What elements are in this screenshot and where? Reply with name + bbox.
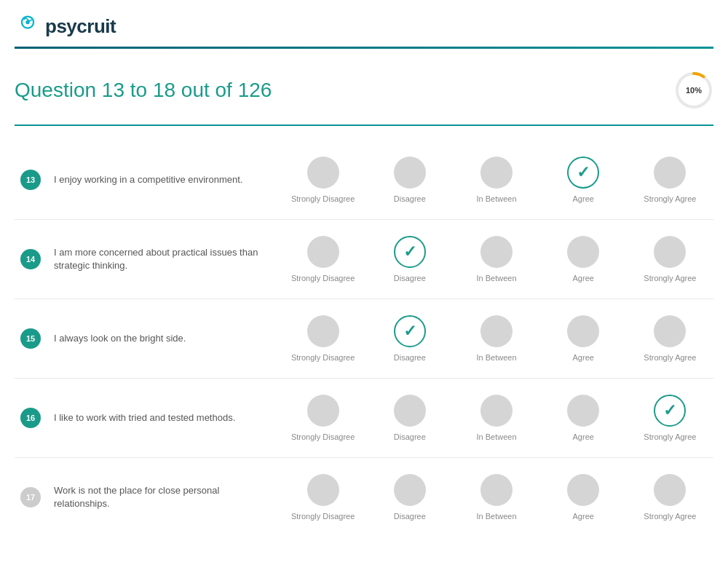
option-label: In Between [476,274,516,282]
option-label: Agree [573,432,594,441]
option-cell: Strongly Agree [627,312,713,365]
option-cell: ✓Disagree [366,312,453,365]
option-circle-in-between[interactable] [480,474,513,506]
option-circle-agree[interactable] [567,315,599,347]
question-text: Work is not the place for close personal… [54,484,272,510]
option-label: In Between [476,512,516,521]
option-cell: Strongly Agree [627,154,713,206]
option-circle-strongly-disagree[interactable] [307,236,339,268]
option-cell: Disagree [366,392,453,444]
options-col: Strongly DisagreeDisagreeIn BetweenAgree… [280,392,713,444]
option-cell: Strongly Agree [627,233,713,285]
question-row: 14I am more concerned about practical is… [15,220,713,299]
question-number-col: 14 [15,249,47,269]
questions-container: 13I enjoy working in a competitive envir… [15,133,713,544]
checkmark-icon: ✓ [663,403,676,419]
option-cell: ✓Agree [540,154,627,206]
option-cell: Agree [540,471,627,523]
question-number-bubble: 16 [20,408,41,428]
question-text: I always look on the bright side. [54,332,272,345]
option-circle-strongly-agree[interactable] [654,474,686,506]
option-label: Disagree [394,512,426,521]
progress-circle-wrapper: 10% [674,71,713,110]
question-row: 15I always look on the bright side.Stron… [15,299,713,379]
option-label: Agree [573,194,594,203]
option-cell: ✓Strongly Agree [627,392,713,444]
option-cell: In Between [453,471,539,523]
option-label: Strongly Disagree [291,353,355,362]
option-circle-strongly-disagree[interactable] [307,157,339,189]
option-cell: Strongly Disagree [280,471,366,523]
option-circle-disagree[interactable]: ✓ [394,315,426,347]
option-circle-strongly-agree[interactable] [654,315,686,347]
option-label: Disagree [394,353,426,362]
question-row: 13I enjoy working in a competitive envir… [15,141,713,220]
option-label: Agree [573,512,594,521]
progress-label: 10% [686,86,702,95]
option-circle-in-between[interactable] [480,236,513,268]
checkmark-icon: ✓ [403,323,416,339]
option-cell: Disagree [366,471,453,523]
option-cell: In Between [453,312,539,365]
option-circle-agree[interactable] [567,395,599,427]
option-circle-strongly-agree[interactable]: ✓ [654,395,686,427]
option-label: Strongly Disagree [291,274,355,282]
option-cell: In Between [453,392,539,444]
option-cell: Agree [540,392,627,444]
option-label: Strongly Agree [644,353,696,362]
logo-text: psycruit [45,15,116,38]
logo: psycruit [15,13,116,39]
checkmark-icon: ✓ [403,244,416,260]
question-number-col: 16 [15,408,47,428]
option-label: Strongly Agree [644,512,696,521]
option-circle-strongly-disagree[interactable] [307,474,339,506]
question-number-bubble: 15 [20,328,41,349]
option-cell: Strongly Disagree [280,233,366,285]
option-label: Strongly Disagree [291,432,355,441]
option-circle-agree[interactable]: ✓ [567,157,599,189]
option-label: Strongly Agree [644,194,696,203]
question-number-bubble: 17 [20,487,41,507]
question-number-bubble: 13 [20,170,41,190]
option-circle-agree[interactable] [567,474,599,506]
option-circle-disagree[interactable] [394,157,426,189]
option-circle-strongly-disagree[interactable] [307,395,339,427]
option-label: Strongly Disagree [291,512,355,521]
question-number-bubble: 14 [20,249,41,269]
option-circle-strongly-disagree[interactable] [307,315,339,347]
progress-section: Question 13 to 18 out of 126 10% [15,49,713,117]
option-circle-in-between[interactable] [480,395,513,427]
option-cell: In Between [453,233,539,285]
options-col: Strongly DisagreeDisagreeIn BetweenAgree… [280,471,713,523]
option-label: Strongly Agree [644,432,696,441]
option-circle-strongly-agree[interactable] [654,236,686,268]
question-text: I am more concerned about practical issu… [54,246,272,272]
options-col: Strongly Disagree✓DisagreeIn BetweenAgre… [280,233,713,285]
question-number-col: 15 [15,328,47,349]
option-cell: Strongly Disagree [280,392,366,444]
page-title: Question 13 to 18 out of 126 [15,79,272,102]
logo-icon [15,13,41,39]
progress-circle: 10% [674,71,713,110]
option-cell: Agree [540,312,627,365]
question-text: I like to work with tried and tested met… [54,411,272,424]
option-circle-strongly-agree[interactable] [654,157,686,189]
option-circle-in-between[interactable] [480,315,513,347]
options-col: Strongly DisagreeDisagreeIn Between✓Agre… [280,154,713,206]
question-number-col: 17 [15,487,47,507]
option-circle-disagree[interactable] [394,474,426,506]
option-circle-agree[interactable] [567,236,599,268]
question-row: 17Work is not the place for close person… [15,458,713,537]
option-circle-in-between[interactable] [480,157,513,189]
question-text: I enjoy working in a competitive environ… [54,173,272,186]
option-circle-disagree[interactable]: ✓ [394,236,426,268]
option-label: Strongly Disagree [291,194,355,203]
option-cell: Strongly Disagree [280,312,366,365]
option-label: In Between [476,194,516,203]
option-cell: ✓Disagree [366,233,453,285]
options-col: Strongly Disagree✓DisagreeIn BetweenAgre… [280,312,713,365]
option-label: Disagree [394,432,426,441]
option-label: Agree [573,353,594,362]
option-circle-disagree[interactable] [394,395,426,427]
header: psycruit [15,0,713,47]
